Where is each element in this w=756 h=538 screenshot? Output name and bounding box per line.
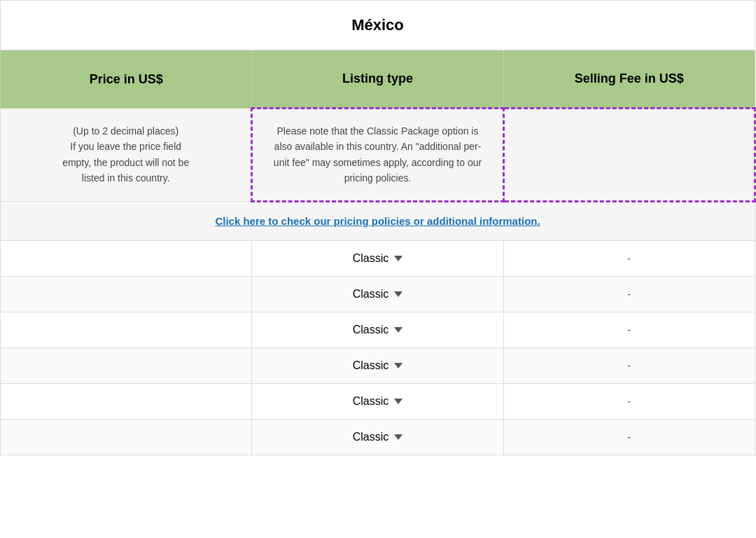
listing-cell-6: Classic bbox=[252, 419, 503, 455]
dropdown-arrow-icon-4[interactable] bbox=[394, 363, 402, 368]
fee-info-cell bbox=[503, 109, 755, 202]
country-title: México bbox=[1, 1, 755, 50]
table-row: Classic - bbox=[1, 240, 755, 276]
fee-cell-5: - bbox=[503, 383, 755, 419]
table-row: Classic - bbox=[1, 383, 755, 419]
dropdown-arrow-icon-2[interactable] bbox=[394, 291, 402, 297]
price-note: (Up to 2 decimal places)If you leave the… bbox=[62, 125, 189, 184]
select-wrapper-1: Classic bbox=[353, 252, 403, 265]
select-wrapper-6: Classic bbox=[353, 431, 403, 443]
fee-header: Selling Fee in US$ bbox=[503, 50, 755, 109]
price-cell-4 bbox=[1, 347, 252, 383]
listing-type-label-4: Classic bbox=[353, 359, 389, 372]
title-row: México bbox=[1, 1, 755, 50]
listing-cell-4: Classic bbox=[252, 347, 503, 383]
listing-type-label-3: Classic bbox=[353, 324, 389, 336]
listing-type-label-6: Classic bbox=[353, 431, 389, 443]
fee-cell-1: - bbox=[503, 240, 755, 276]
listing-type-label-2: Classic bbox=[353, 288, 389, 301]
price-cell-1 bbox=[1, 240, 252, 276]
listing-cell-2: Classic bbox=[252, 276, 503, 312]
listing-type-label-5: Classic bbox=[353, 395, 389, 408]
table-row: Classic - bbox=[1, 347, 755, 383]
dropdown-arrow-icon-1[interactable] bbox=[394, 256, 402, 261]
pricing-link-cell: Click here to check our pricing policies… bbox=[1, 201, 755, 240]
select-wrapper-5: Classic bbox=[353, 395, 403, 408]
price-cell-2 bbox=[1, 276, 252, 312]
select-wrapper-4: Classic bbox=[353, 359, 403, 372]
price-header: Price in US$ bbox=[1, 50, 252, 109]
select-wrapper-3: Classic bbox=[353, 324, 403, 336]
table-row: Classic - bbox=[1, 419, 755, 455]
listing-cell-5: Classic bbox=[252, 383, 503, 419]
price-info-cell: (Up to 2 decimal places)If you leave the… bbox=[1, 109, 252, 202]
listing-type-label-1: Classic bbox=[353, 252, 389, 265]
price-cell-6 bbox=[1, 419, 252, 455]
dropdown-arrow-icon-3[interactable] bbox=[394, 327, 402, 333]
listing-info-cell: Please note that the Classic Package opt… bbox=[252, 109, 503, 202]
dropdown-arrow-icon-6[interactable] bbox=[394, 434, 402, 440]
fee-cell-4: - bbox=[503, 347, 755, 383]
table-row: Classic - bbox=[1, 312, 755, 347]
fee-cell-6: - bbox=[503, 419, 755, 455]
fee-cell-2: - bbox=[503, 276, 755, 312]
select-wrapper-2: Classic bbox=[353, 288, 403, 301]
listing-cell-1: Classic bbox=[252, 240, 503, 276]
price-cell-5 bbox=[1, 383, 252, 419]
link-row: Click here to check our pricing policies… bbox=[1, 201, 755, 240]
pricing-table: México Price in US$ Listing type Selling… bbox=[0, 0, 756, 455]
listing-header: Listing type bbox=[252, 50, 503, 109]
header-row: Price in US$ Listing type Selling Fee in… bbox=[1, 50, 755, 109]
listing-cell-3: Classic bbox=[252, 312, 503, 347]
table-row: Classic - bbox=[1, 276, 755, 312]
fee-cell-3: - bbox=[503, 312, 755, 347]
price-cell-3 bbox=[1, 312, 252, 347]
pricing-link[interactable]: Click here to check our pricing policies… bbox=[215, 215, 540, 227]
info-row: (Up to 2 decimal places)If you leave the… bbox=[1, 109, 755, 202]
listing-note: Please note that the Classic Package opt… bbox=[274, 125, 482, 184]
dropdown-arrow-icon-5[interactable] bbox=[394, 399, 402, 404]
